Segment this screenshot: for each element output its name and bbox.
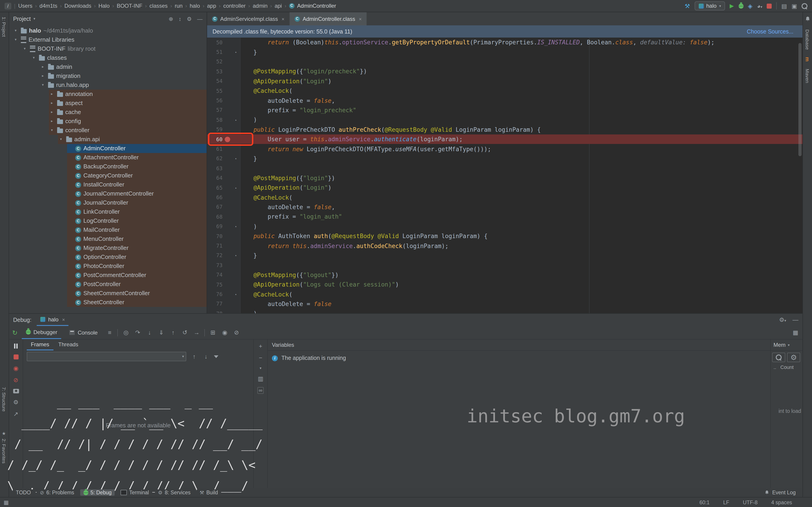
code-line[interactable]: 64 @PostMapping({"login"}) (207, 173, 803, 183)
code-line[interactable]: 50 return (Boolean)this.optionService.ge… (207, 38, 803, 47)
open-project-icon[interactable]: ▤ (781, 3, 787, 9)
tree-item[interactable]: ▾controller (9, 126, 207, 135)
tree-item[interactable]: ▸migration (9, 71, 207, 80)
code-line[interactable]: 76▴ @CacheLock( (207, 289, 803, 299)
tree-item[interactable]: AdminController (9, 144, 207, 153)
close-icon[interactable]: × (62, 317, 65, 322)
tree-item[interactable]: OptionController (9, 252, 207, 262)
code-line[interactable]: 58▴ ) (207, 115, 803, 125)
code-line[interactable]: 51▴ } (207, 47, 803, 57)
tree-item[interactable]: InstallController (9, 180, 207, 189)
code-line[interactable]: 73 (207, 260, 803, 270)
tree-chevron-icon[interactable]: ▸ (49, 108, 55, 117)
tree-chevron-icon[interactable]: ▾ (22, 44, 28, 53)
code-line[interactable]: 61 return new LoginPreCheckDTO(MFAType.u… (207, 144, 803, 154)
step-into-icon[interactable]: ↓ (146, 330, 153, 335)
add-watch-icon[interactable]: + (259, 343, 262, 349)
breadcrumb-item[interactable]: admin (253, 3, 267, 9)
project-view-title[interactable]: Project (13, 16, 31, 22)
force-step-into-icon[interactable]: ⇓ (157, 330, 165, 335)
tab-frames[interactable]: Frames (27, 340, 53, 350)
code-line[interactable]: 77 autoDelete = false (207, 299, 803, 309)
gear-icon[interactable]: ⚙ (13, 399, 18, 405)
drop-frame-icon[interactable]: ↺ (181, 330, 189, 335)
tree-chevron-icon[interactable]: ▾ (40, 80, 46, 90)
tree-item[interactable]: MailController (9, 225, 207, 234)
tree-item[interactable]: SheetCommentController (9, 289, 207, 298)
code-line[interactable]: 72▴ } (207, 251, 803, 261)
filter-funnel-icon[interactable] (214, 355, 218, 358)
tree-item[interactable]: PhotoController (9, 262, 207, 271)
pause-icon[interactable] (14, 344, 18, 349)
code-line[interactable]: 56 autoDelete = false, (207, 96, 803, 106)
memory-settings-button[interactable]: ⚙ (787, 353, 800, 362)
tree-item[interactable]: ▸annotation (9, 90, 207, 99)
code-editor[interactable]: 50 return (Boolean)this.optionService.ge… (207, 38, 803, 313)
frame-down-icon[interactable]: ↓ (202, 353, 210, 359)
code-line[interactable]: 67 autoDelete = false, (207, 202, 803, 212)
remove-watch-icon[interactable]: − (259, 354, 262, 361)
tree-chevron-icon[interactable]: ▸ (40, 62, 46, 71)
code-line[interactable]: 63 (207, 163, 803, 173)
view-breakpoints-icon[interactable]: ◉ (13, 365, 18, 371)
tree-item[interactable]: ▾External Libraries (9, 35, 207, 44)
memory-diff-column[interactable]: .. (773, 364, 776, 370)
tree-item[interactable]: ▾run.halo.app (9, 80, 207, 90)
profiler-button[interactable]: ◕▾ (757, 3, 762, 9)
tab-threads[interactable]: Threads (54, 340, 82, 350)
tree-item[interactable]: JournalController (9, 198, 207, 207)
tool-stripe-favorites[interactable]: 2: Favorites (1, 439, 7, 463)
code-line[interactable]: 62▴ } (207, 154, 803, 164)
indent-setting[interactable]: 4 spaces (771, 500, 792, 505)
hide-panel-icon[interactable]: — (197, 16, 203, 22)
code-line[interactable]: 52 (207, 57, 803, 67)
tool-window-button-build[interactable]: ⚒Build (196, 489, 221, 496)
tool-window-button-terminal[interactable]: Terminal (117, 489, 152, 496)
root-crumb[interactable]: / (5, 2, 11, 9)
close-icon[interactable]: × (282, 16, 285, 21)
locate-file-icon[interactable]: ⊕ (168, 16, 173, 22)
chevron-down-icon[interactable]: ▾ (788, 343, 790, 347)
step-over-icon[interactable]: ↷ (134, 330, 142, 335)
breadcrumb-item[interactable]: Users (18, 3, 33, 9)
fold-marker-icon[interactable]: ▴ (233, 118, 239, 122)
tree-item[interactable]: JournalCommentController (9, 189, 207, 198)
fold-marker-icon[interactable]: ▴ (233, 186, 239, 189)
tree-item[interactable]: ▸cache (9, 108, 207, 117)
step-out-icon[interactable]: ↑ (169, 330, 177, 335)
fold-marker-icon[interactable]: ▴ (233, 157, 239, 161)
tab-debugger[interactable]: Debugger (21, 326, 61, 339)
breadcrumb-item[interactable]: app (207, 3, 216, 9)
hide-panel-icon[interactable]: — (793, 317, 798, 323)
tree-item[interactable]: PostCommentController (9, 271, 207, 280)
tool-window-button--problems[interactable]: ⊘6: Problems (37, 489, 77, 496)
code-line[interactable]: 68 prefix = "login_auth" (207, 212, 803, 222)
code-line[interactable]: 66 @CacheLock( (207, 192, 803, 202)
mute-breakpoints-icon[interactable]: ⊘ (233, 330, 240, 335)
tool-stripe-structure[interactable]: 7: Structure (1, 387, 7, 412)
code-line[interactable]: 75 @ApiOperation("Logs out (Clear sessio… (207, 280, 803, 289)
tool-stripe-database[interactable]: Database (805, 30, 810, 50)
breadcrumb-item[interactable]: api (274, 3, 282, 9)
fold-marker-icon[interactable]: ▴ (233, 225, 239, 228)
search-everywhere-icon[interactable] (802, 3, 807, 9)
chevron-down-icon[interactable]: ▾ (260, 366, 261, 370)
memory-search-button[interactable] (772, 353, 785, 362)
breadcrumb-item[interactable]: classes (150, 3, 168, 9)
breadcrumb-item[interactable]: d4m1ts (39, 3, 57, 9)
tree-chevron-icon[interactable]: ▾ (13, 26, 18, 35)
tree-item[interactable]: ▾halo ~/d4m1ts/java/halo (9, 26, 207, 35)
collapse-all-icon[interactable]: ↕ (179, 16, 181, 22)
breadcrumb-item[interactable]: controller (223, 3, 246, 9)
debug-session-tab[interactable]: halo × (37, 314, 69, 326)
tree-item[interactable]: LogController (9, 216, 207, 225)
memory-count-column[interactable]: Count (780, 364, 794, 370)
notifications-bell-icon[interactable] (805, 16, 810, 22)
tool-window-switcher-icon[interactable]: ▦ (4, 499, 9, 505)
choose-sources-link[interactable]: Choose Sources... (747, 28, 794, 35)
tree-item[interactable]: CategoryController (9, 171, 207, 180)
tree-item[interactable]: ▸admin (9, 62, 207, 71)
view-breakpoints-icon[interactable]: ◉ (221, 330, 229, 335)
breadcrumb-item[interactable]: halo (190, 3, 200, 9)
breadcrumb-item[interactable]: Halo (98, 3, 109, 9)
